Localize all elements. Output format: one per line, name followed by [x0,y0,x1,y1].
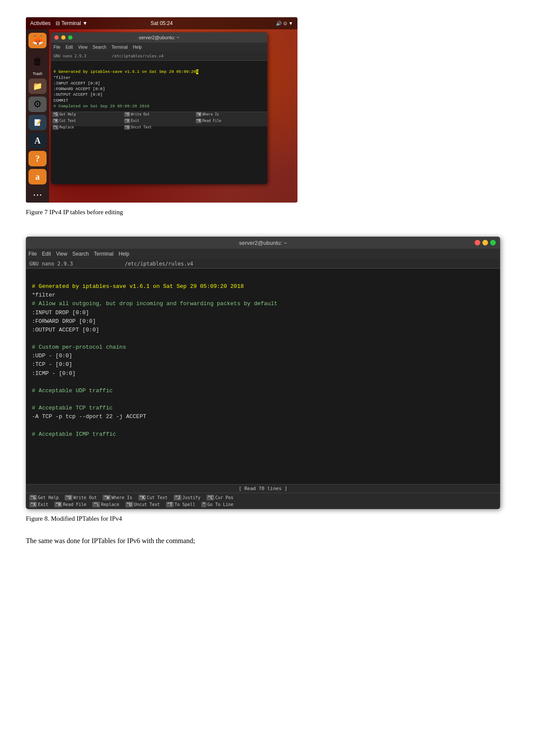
content-line-3: :INPUT ACCEPT [0:0] [53,81,100,86]
line-blank4 [32,422,35,428]
nano-filename: /etc/iptables/rules.v4 [112,54,163,58]
desc-exit2: Exit [38,502,48,507]
content-line-5: :OUTPUT ACCEPT [0:0] [53,92,103,97]
sidebar-icon-settings[interactable]: ⚙ [28,97,47,112]
desc-whereis: Where Is [203,112,219,116]
line-blank3 [32,396,35,403]
panel-right-icons: 🔊 ⊙ ▼ [276,21,293,26]
status-cuttext: ^K Cut Text [53,119,122,123]
desc-writeout2: Write Out [73,495,97,500]
key-g: ^G [53,112,59,117]
key-k: ^K [53,119,59,123]
menu-edit[interactable]: Edit [66,45,73,50]
content-line-7: # Completed on Sat Sep 29 05:09:20 2018 [53,104,149,109]
terminal-statusbar-fig8: ^G Get Help ^O Write Out ^W Where Is ^K … [26,493,500,509]
menu-view-fig8[interactable]: View [56,251,67,257]
figure7-caption: Figure 7 IPv4 IP tables before editing [26,209,509,216]
key-o: ^O [124,112,130,117]
content-line-6: COMMIT [53,98,68,103]
desc-gotoline: Go To Line [207,502,233,507]
key-x: ^X [124,119,130,123]
terminal-title: server2@ubuntu: ~ [139,35,179,40]
traffic-light-red[interactable] [54,35,59,40]
line-11-fig8: # Acceptable UDP traffic [32,387,113,394]
content-line-2: *filter [53,75,71,80]
terminal-menu-label[interactable]: ⊟ Terminal ▼ [56,20,88,26]
sidebar-icon-help[interactable]: ? [28,151,47,166]
menu-help[interactable]: Help [133,45,142,50]
trash-label: Trash [33,72,43,76]
key-j2: ^J [174,495,181,500]
terminal-menubar-fig8: File Edit View Search Terminal Help [26,249,500,259]
key-bs2: ^\ [92,502,100,507]
menu-edit-fig8[interactable]: Edit [42,251,51,257]
terminal-content-fig8[interactable]: # Generated by iptables-save v1.6.1 on S… [26,269,500,484]
traffic-light-green[interactable] [68,35,72,40]
line-12-fig8: # Acceptable TCP traffic [32,405,113,411]
desc-replace: Replace [59,125,74,129]
sidebar-icon-files[interactable]: 📁 [28,78,47,94]
menu-terminal-fig8[interactable]: Terminal [94,251,113,257]
key-c2: ^C [206,495,214,500]
system-tray-icons: 🔊 ⊙ ▼ [276,21,293,26]
key-r2: ^R [54,502,62,507]
line-14-fig8: # Acceptable ICMP traffic [32,431,116,437]
activities-label[interactable]: Activities [30,20,50,26]
desc-uncuttext: Uncut Text [131,125,152,129]
menu-help-fig8[interactable]: Help [119,251,129,257]
desc-whereis2: Where Is [112,495,132,500]
status-writeout: ^O Write Out [124,112,194,117]
line-9-fig8: :TCP - [0:0] [32,361,72,368]
sidebar-trash-item[interactable]: 🗑 Trash [28,53,47,76]
menu-search-fig8[interactable]: Search [72,251,89,257]
content-line-1: # Generated by iptables-save v1.6.1 on S… [53,69,198,74]
menu-view[interactable]: View [78,45,88,50]
nano-bar-fig8: GNU nano 2.9.3 /etc/iptables/rules.v4 [26,259,500,269]
nano-filename-fig8: /etc/iptables/rules.v4 [125,261,193,267]
desc-uncuttext2: Uncut Text [134,502,160,507]
nano-version: GNU nano 2.9.3 [53,54,86,58]
menu-file[interactable]: File [53,45,60,50]
key-o2: ^O [65,495,72,500]
desc-justify: Justify [182,495,200,500]
menu-search[interactable]: Search [93,45,106,50]
terminal-large-fig8: server2@ubuntu: ~ File Edit View Search … [26,237,500,509]
nano-bar-fig7: GNU nano 2.9.3 /etc/iptables/rules.v4 [51,51,267,61]
traffic-light-yellow-fig8[interactable] [482,240,488,246]
desc-gethelp2: Get Help [38,495,59,500]
line-5-fig8: :FORWARD DROP [0:0] [32,318,96,325]
desc-gethelp: Get Help [59,112,76,116]
sidebar-icon-text[interactable]: 📝 [28,115,47,130]
traffic-light-red-fig8[interactable] [475,240,480,246]
terminal-titlebar-fig8: server2@ubuntu: ~ [26,237,500,249]
terminal-window-fig7: server2@ubuntu: ~ File Edit View Search … [51,32,267,184]
line-6-fig8: :OUTPUT ACCEPT [0:0] [32,327,99,333]
sidebar-icon-appgrid[interactable]: ⋯ [28,187,47,203]
key-bs: ^\ [53,125,59,130]
sidebar-icon-font[interactable]: A [28,133,47,148]
terminal-content-fig7[interactable]: # Generated by iptables-save v1.6.1 on S… [51,61,267,112]
status-row-1: ^G Get Help ^O Write Out ^W Where Is ^K … [29,495,497,500]
key-r: ^R [196,119,202,123]
line-blank1 [32,335,35,342]
key-u: ^U [124,125,130,130]
menu-file-fig8[interactable]: File [28,251,37,257]
figure8-caption: Figure 8. Modified IPTables for IPv4 [26,515,509,522]
traffic-light-yellow[interactable] [61,35,66,40]
read-lines-text: [ Read 70 lines ] [239,486,288,491]
line-4-fig8: :INPUT DROP [0:0] [32,309,89,316]
status-gethelp: ^G Get Help [53,112,122,117]
traffic-light-green-fig8[interactable] [490,240,496,246]
key-g2: ^G [29,495,37,500]
sidebar-icon-firefox[interactable]: 🦊 [28,33,47,48]
terminal-title-fig8: server2@ubuntu: ~ [239,240,287,246]
ubuntu-desktop-fig7: Activities ⊟ Terminal ▼ Sat 05:24 🔊 ⊙ ▼ … [26,17,297,203]
menu-terminal[interactable]: Terminal [112,45,128,50]
sidebar-icon-store[interactable]: a [28,169,47,184]
trash-icon[interactable]: 🗑 [28,53,47,71]
line-13-fig8: -A TCP -p tcp --dport 22 -j ACCEPT [32,413,146,420]
key-u2: ^U [125,502,133,507]
key-w: ^W [196,112,202,117]
line-3-fig8: # Allow all outgoing, but drop incoming … [32,300,278,307]
status-readfile: ^R Read File [196,119,266,123]
